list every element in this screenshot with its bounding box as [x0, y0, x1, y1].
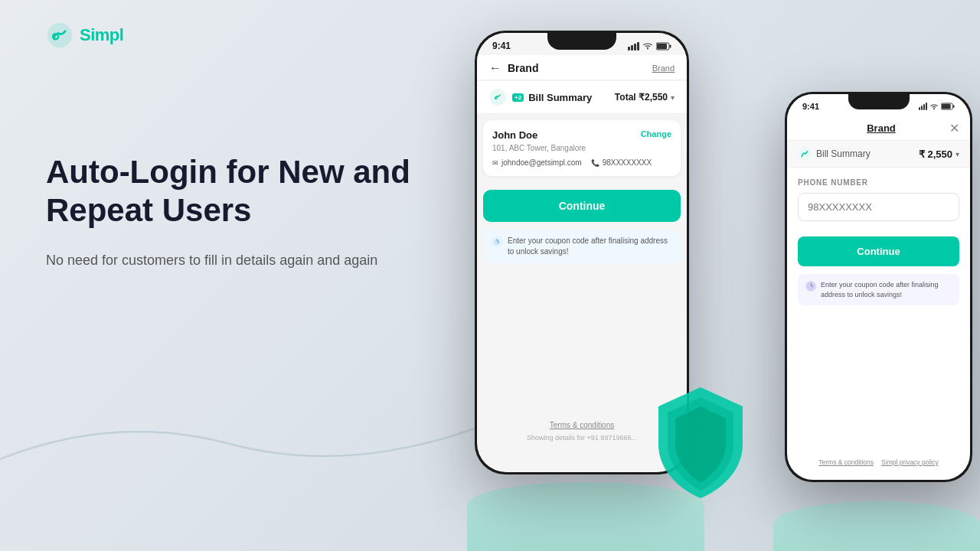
- phone1-brand-link[interactable]: Brand: [652, 64, 675, 73]
- svg-rect-9: [953, 105, 955, 108]
- wifi-icon: [642, 42, 653, 50]
- email-item: ✉ johndoe@getsimpl.com: [492, 158, 582, 167]
- phone-2: 9:41: [785, 92, 972, 482]
- battery-icon: [656, 42, 671, 51]
- phone1-notch: [547, 33, 616, 50]
- user-name: John Doe: [492, 129, 537, 141]
- phone2-bill-amount-row: ₹ 2,550 ▾: [919, 148, 959, 160]
- phone2-terms-link[interactable]: Terms & conditions: [818, 458, 874, 466]
- user-contact: ✉ johndoe@getsimpl.com 📞 98XXXXXXXX: [492, 158, 671, 167]
- phone2-brand-title: Brand: [867, 122, 896, 134]
- back-arrow-icon[interactable]: ←: [489, 61, 501, 75]
- email-icon: ✉: [492, 159, 498, 167]
- svg-rect-4: [670, 44, 671, 47]
- phone1-time: 9:41: [492, 41, 511, 51]
- chevron-down-icon: ▾: [671, 93, 675, 102]
- svg-rect-3: [657, 44, 667, 49]
- user-email: johndoe@getsimpl.com: [501, 158, 582, 167]
- signal-bars: [628, 42, 639, 51]
- simpl-logo-icon: [46, 21, 74, 49]
- user-phone: 98XXXXXXXX: [603, 158, 652, 167]
- phone-number-section: PHONE NUMBER: [787, 168, 970, 229]
- phone1-bill-total: Total ₹2,550 ▾: [615, 92, 675, 103]
- phone2-coupon-notice: Enter your coupon code after finalising …: [798, 274, 959, 305]
- phone2-continue-button[interactable]: Continue: [798, 236, 959, 266]
- phone2-coupon-icon: [805, 281, 816, 292]
- phone-item: 📞 98XXXXXXXX: [591, 158, 652, 167]
- user-header: John Doe Change: [492, 129, 671, 141]
- phone-icon: 📞: [591, 159, 599, 167]
- phone2-bill-label: Bill Summary: [816, 148, 871, 159]
- phone1-total-amount: Total ₹2,550: [615, 92, 668, 103]
- phone2-notch: [848, 94, 910, 109]
- phone-number-input[interactable]: [798, 193, 959, 221]
- phone2-status-icons: [919, 103, 955, 110]
- decorative-wave: [0, 398, 475, 490]
- user-address: 101, ABC Tower, Bangalore: [492, 144, 671, 152]
- phone1-nav: ← Brand Brand: [477, 55, 687, 80]
- plus-badge: +2: [512, 93, 524, 102]
- phone1-status-icons: [628, 42, 671, 51]
- svg-point-11: [806, 282, 815, 291]
- logo-text: Simpl: [80, 25, 123, 45]
- phone2-bill-amount: ₹ 2,550: [919, 148, 952, 160]
- svg-point-5: [495, 97, 498, 99]
- phone2-privacy-link[interactable]: Simpl privacy policy: [881, 458, 939, 466]
- shield-icon: [651, 383, 750, 502]
- phone1-coupon-text: Enter your coupon code after finalising …: [508, 236, 673, 257]
- coupon-icon: [491, 236, 503, 248]
- phone2-coupon-simpl-icon: [805, 281, 816, 292]
- phone1-continue-button[interactable]: Continue: [483, 190, 681, 222]
- left-content: Auto-Login for New and Repeat Users No n…: [46, 153, 475, 272]
- main-heading: Auto-Login for New and Repeat Users: [46, 153, 475, 230]
- simpl-coupon-icon: [493, 238, 501, 246]
- phone1-bill-title: Bill Summary: [528, 92, 592, 103]
- phone2-simpl-icon: [798, 147, 812, 161]
- shield-container: [651, 383, 750, 505]
- close-button[interactable]: ✕: [949, 121, 959, 135]
- phone1-nav-title: Brand: [508, 62, 538, 74]
- phone2-bill-left: Bill Summary: [798, 147, 871, 161]
- phone2-terms-section: Terms & conditions Simpl privacy policy: [787, 458, 970, 466]
- phone-number-label: PHONE NUMBER: [798, 178, 959, 187]
- logo: Simpl: [46, 21, 123, 49]
- svg-rect-8: [942, 104, 951, 109]
- phone2-battery-icon: [941, 103, 955, 110]
- phone1-user-section: John Doe Change 101, ABC Tower, Bangalor…: [483, 120, 681, 176]
- svg-point-0: [47, 23, 72, 47]
- phone2-coupon-text: Enter your coupon code after finalising …: [821, 280, 952, 299]
- phone2-wifi-icon: [929, 103, 939, 110]
- change-button[interactable]: Change: [641, 129, 671, 139]
- sub-text: No need for customers to fill in details…: [46, 249, 475, 272]
- phone2-nav: Brand ✕: [787, 115, 970, 140]
- simpl-small-icon: [493, 93, 502, 102]
- phone1-coupon-notice: Enter your coupon code after finalising …: [483, 230, 681, 263]
- phone1-nav-left: ← Brand: [489, 61, 538, 75]
- podium-2: [773, 501, 980, 551]
- phone1-terms-link[interactable]: Terms & conditions: [550, 421, 614, 429]
- phone1-bill-left: +2 Bill Summary: [489, 89, 592, 106]
- phone1-bill-bar: +2 Bill Summary Total ₹2,550 ▾: [477, 81, 687, 114]
- phone2-chevron: ▾: [956, 150, 959, 158]
- phone2-signal: [919, 103, 927, 110]
- phone2-bill-row: Bill Summary ₹ 2,550 ▾: [787, 140, 970, 168]
- simpl-badge: [489, 89, 506, 106]
- phone2-time: 9:41: [802, 102, 819, 111]
- phones-container: 9:41: [444, 0, 980, 551]
